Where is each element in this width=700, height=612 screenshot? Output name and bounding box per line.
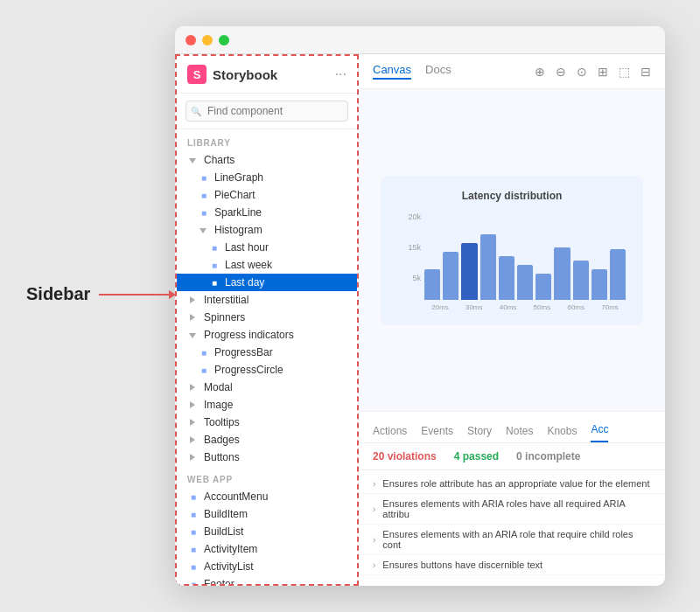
list-item[interactable]: ›Ensures elements with an ARIA role that…	[359, 525, 665, 555]
search-wrap	[186, 101, 348, 122]
sidebar-item-progress-indicators[interactable]: Progress indicators	[177, 326, 357, 344]
tab-actions[interactable]: Actions	[373, 425, 407, 442]
annotation-label: Sidebar	[26, 284, 90, 304]
sidebar-item-last-hour[interactable]: ■ Last hour	[177, 239, 357, 256]
folder-icon	[187, 435, 200, 445]
tab-notes[interactable]: Notes	[506, 425, 533, 442]
chart-bar	[480, 234, 496, 300]
story-icon: ■	[187, 492, 200, 502]
sidebar-item-spinners[interactable]: Spinners	[177, 309, 357, 326]
folder-icon	[187, 156, 200, 165]
arrow-head	[169, 290, 176, 299]
tab-docs[interactable]: Docs	[425, 63, 452, 80]
sidebar-item-accountmenu[interactable]: ■ AccountMenu	[177, 488, 357, 505]
sidebar-item-sparkline[interactable]: ■ SparkLine	[177, 204, 357, 221]
chart-bar	[573, 261, 589, 300]
more-options-icon[interactable]: ···	[335, 66, 346, 82]
story-icon: ■	[187, 527, 200, 537]
chart-container: Latency distribution 20k 15k 5k	[381, 176, 643, 325]
close-button[interactable]	[186, 35, 196, 45]
webapp-section-label: WEB APP	[177, 466, 357, 488]
maximize-button[interactable]	[219, 35, 229, 45]
chart-bar	[461, 243, 477, 300]
folder-icon	[187, 313, 200, 323]
sidebar-item-last-week[interactable]: ■ Last week	[177, 256, 357, 274]
x-axis-label: 20ms	[424, 303, 456, 311]
sidebar-item-charts[interactable]: Charts	[177, 151, 357, 169]
tab-acc[interactable]: Acc	[591, 423, 608, 442]
sidebar-item-activitylist[interactable]: ■ ActivityList	[177, 558, 357, 575]
library-section-label: LIBRARY	[177, 129, 357, 151]
sidebar-item-footer[interactable]: ■ Footer	[177, 575, 357, 584]
list-item[interactable]: ›Ensures role attribute has an appropria…	[359, 474, 665, 494]
tab-events[interactable]: Events	[421, 425, 453, 442]
violations-bar: 20 violations 4 passed 0 incomplete	[359, 443, 665, 470]
fullscreen-icon[interactable]: ⬚	[619, 65, 630, 79]
chart-area: 20k 15k 5k	[398, 212, 626, 300]
layout-icon[interactable]: ⊟	[640, 65, 651, 79]
search-input[interactable]	[186, 101, 348, 122]
arrow-line	[99, 294, 169, 296]
minimize-button[interactable]	[202, 35, 213, 45]
sidebar-item-piechart[interactable]: ■ PieChart	[177, 186, 357, 204]
story-icon: ■	[208, 278, 220, 288]
sidebar-annotation: Sidebar	[26, 284, 176, 304]
sidebar-item-tooltips[interactable]: Tooltips	[177, 414, 357, 431]
tab-story[interactable]: Story	[467, 425, 492, 442]
sidebar-title: Storybook	[213, 67, 277, 82]
sidebar-item-interstitial[interactable]: Interstitial	[177, 291, 357, 309]
folder-icon	[198, 226, 210, 235]
list-item[interactable]: ›Ensures elements with ARIA roles have a…	[359, 494, 665, 525]
main-toolbar: Canvas Docs ⊕ ⊖ ⊙ ⊞ ⬚ ⊟	[359, 54, 665, 89]
sidebar-item-activityitem[interactable]: ■ ActivityItem	[177, 540, 357, 558]
folder-icon	[187, 453, 200, 462]
story-icon: ■	[198, 365, 210, 375]
bottom-panel: Actions Events Story Notes Knobs Acc 20 …	[359, 411, 665, 586]
main-content: Canvas Docs ⊕ ⊖ ⊙ ⊞ ⬚ ⊟ Latency distribu…	[359, 54, 665, 586]
sidebar-item-progressbar[interactable]: ■ ProgressBar	[177, 344, 357, 361]
sidebar-item-last-day[interactable]: ■ Last day	[177, 274, 357, 291]
sidebar-item-linegraph[interactable]: ■ LineGraph	[177, 169, 357, 186]
sidebar-item-progresscircle[interactable]: ■ ProgressCircle	[177, 361, 357, 379]
tab-knobs[interactable]: Knobs	[547, 425, 577, 442]
list-item[interactable]: ›Ensures buttons have discernible text	[359, 555, 665, 575]
story-icon: ■	[198, 348, 210, 358]
storybook-icon: S	[187, 65, 206, 84]
chart-title: Latency distribution	[398, 190, 626, 202]
sidebar-item-image[interactable]: Image	[177, 396, 357, 414]
x-axis-label: 30ms	[458, 303, 490, 311]
bottom-tabs: Actions Events Story Notes Knobs Acc	[359, 412, 665, 443]
sidebar-tree: LIBRARY Charts ■ LineGraph ■ PieChart	[177, 129, 357, 584]
folder-icon	[187, 330, 200, 340]
app-window: S Storybook ··· LIBRARY	[175, 26, 665, 586]
grid-icon[interactable]: ⊞	[598, 65, 608, 79]
folder-icon	[187, 418, 200, 428]
violations-count: 20 violations	[373, 450, 437, 462]
sidebar-item-buttons[interactable]: Buttons	[177, 449, 357, 466]
sidebar: S Storybook ··· LIBRARY	[175, 54, 359, 586]
chart-bar	[536, 274, 551, 300]
sidebar-item-histogram[interactable]: Histogram	[177, 221, 357, 239]
sidebar-item-modal[interactable]: Modal	[177, 379, 357, 396]
x-axis-label: 60ms	[560, 303, 592, 311]
zoom-out-icon[interactable]: ⊖	[556, 65, 566, 79]
zoom-reset-icon[interactable]: ⊙	[577, 65, 587, 79]
chevron-right-icon: ›	[373, 479, 375, 489]
chevron-right-icon: ›	[373, 535, 375, 545]
chart-bar	[554, 247, 570, 300]
story-icon: ■	[187, 545, 200, 554]
chart-bar	[499, 256, 514, 300]
zoom-in-icon[interactable]: ⊕	[535, 65, 545, 79]
sidebar-item-builditem[interactable]: ■ BuildItem	[177, 505, 357, 523]
story-icon: ■	[208, 243, 220, 253]
sidebar-header: S Storybook ···	[177, 56, 357, 94]
sidebar-logo: S Storybook	[187, 65, 277, 84]
chart-bar	[517, 265, 533, 300]
tab-canvas[interactable]: Canvas	[373, 63, 411, 80]
x-axis-label: 50ms	[526, 303, 557, 311]
sidebar-item-badges[interactable]: Badges	[177, 431, 357, 449]
chart-bar	[443, 252, 458, 300]
chart-bar	[610, 249, 626, 300]
story-icon: ■	[198, 208, 210, 218]
sidebar-item-buildlist[interactable]: ■ BuildList	[177, 523, 357, 540]
